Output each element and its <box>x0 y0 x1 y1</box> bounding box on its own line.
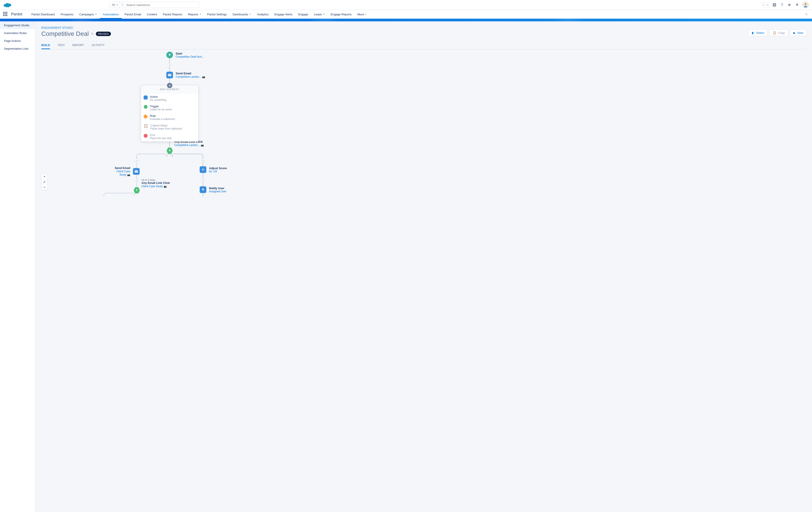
svg-rect-9 <box>168 74 171 76</box>
star-icon: ☆ <box>762 3 766 6</box>
help-icon[interactable]: ? <box>780 2 784 7</box>
select-button[interactable]: ◧ Select <box>748 29 767 36</box>
zoom-controls: ＋ ⤢ − <box>41 173 48 190</box>
tab-activity[interactable]: ACTIVITY <box>92 42 105 49</box>
add-node-button[interactable]: ＋ <box>201 159 205 162</box>
bell-icon[interactable] <box>795 2 800 7</box>
add-action-option[interactable]: ActionDo something <box>141 93 198 103</box>
add-element-panel: ADD ELEMENT ActionDo something TriggerLi… <box>141 85 199 141</box>
tab-test[interactable]: TEST <box>58 42 65 49</box>
svg-point-4 <box>7 5 9 7</box>
node-send-email-2[interactable]: Send Email Client Case Study📷 <box>110 166 140 176</box>
connector <box>104 193 107 196</box>
global-search: All▼ <box>109 2 199 8</box>
add-trigger-option[interactable]: TriggerListen for an event <box>141 103 198 113</box>
svg-text:9: 9 <box>203 168 204 169</box>
add-node-button[interactable]: ＋ <box>168 63 172 67</box>
sidebar-item-automation-rules[interactable]: Automation Rules <box>0 29 35 37</box>
tab-report[interactable]: REPORT <box>72 42 84 49</box>
edit-icon[interactable]: ✎ <box>91 32 94 36</box>
node-start[interactable]: Start Competitive Deal Nurt... <box>166 52 204 58</box>
nav-tab-content[interactable]: Content <box>144 10 160 19</box>
svg-text:1: 1 <box>202 170 203 171</box>
rule-icon <box>143 114 148 119</box>
builder-tabs: BUILD TEST REPORT ACTIVITY <box>41 42 806 49</box>
nav-tab-dashboards[interactable]: Dashboards▼ <box>230 10 254 19</box>
node-label: Send Email Competitive Landsc...📷 <box>176 72 205 78</box>
connector <box>136 154 140 157</box>
start-icon <box>166 52 173 58</box>
add-icon[interactable] <box>772 2 777 7</box>
chevron-down-icon: ▼ <box>95 13 97 16</box>
add-node-button[interactable]: ＋ <box>135 179 139 183</box>
zoom-in-button[interactable]: ＋ <box>41 174 47 179</box>
nav-tab-more[interactable]: More▾ <box>354 10 369 19</box>
connector <box>140 154 167 154</box>
sidebar: Engagement Studio Automation Rules Page … <box>0 21 35 512</box>
connector <box>173 154 200 154</box>
nav-tab-automations[interactable]: Automations <box>100 10 122 19</box>
salesforce-logo-icon <box>3 2 11 8</box>
main-content: ENGAGEMENT STUDIO Competitive Deal ✎ PAU… <box>35 21 812 512</box>
copy-button: 📋 Copy <box>769 29 788 36</box>
node-notify-user[interactable]: Notify User Assigned User <box>200 186 226 193</box>
camera-icon: 📷 <box>127 173 130 176</box>
svg-point-8 <box>805 3 807 5</box>
search-scope-select[interactable]: All▼ <box>109 2 119 8</box>
zoom-out-button[interactable]: − <box>41 185 47 190</box>
nav-tab-engage[interactable]: Engage <box>295 10 311 19</box>
nav-tab-engage-alerts[interactable]: Engage Alerts <box>271 10 295 19</box>
breadcrumb[interactable]: ENGAGEMENT STUDIO <box>41 26 806 29</box>
node-send-email-1[interactable]: Send Email Competitive Landsc...📷 <box>166 72 205 78</box>
node-trigger-1[interactable] <box>166 147 173 154</box>
node-label: Notify User Assigned User <box>209 187 226 193</box>
node-adjust-score[interactable]: 19 Adjust Score by +20 <box>200 166 227 173</box>
chevron-down-icon: ▼ <box>323 13 325 16</box>
add-copied-option: 📋 Copied StepsPaste steps from clipboard <box>141 122 198 132</box>
nav-tabs: Pardot Dashboard Prospects Campaigns▼ Au… <box>28 10 369 19</box>
chevron-down-icon: ▾ <box>365 13 366 16</box>
flow-canvas[interactable]: Start Competitive Deal Nurt... ＋ Send Em… <box>35 49 812 196</box>
nav-tab-engage-reports[interactable]: Engage Reports <box>328 10 354 19</box>
start-button[interactable]: ▶ Start <box>790 29 807 36</box>
nav-tab-leads[interactable]: Leads▼ <box>311 10 328 19</box>
sidebar-item-segmentation-lists[interactable]: Segmentation Lists <box>0 45 35 53</box>
pencil-icon[interactable]: ✎ <box>804 12 809 17</box>
tab-build[interactable]: BUILD <box>41 42 50 49</box>
favorites-control[interactable]: ☆ ▾ <box>761 2 769 7</box>
chevron-down-icon: ▼ <box>199 13 201 16</box>
sidebar-item-page-actions[interactable]: Page Actions <box>0 37 35 45</box>
node-label: Send Email Client Case Study📷 <box>110 166 130 176</box>
nav-tab-campaigns[interactable]: Campaigns▼ <box>76 10 100 19</box>
page-actions: ◧ Select 📋 Copy ▶ Start <box>748 29 807 36</box>
avatar[interactable] <box>802 2 809 8</box>
chevron-down-icon: ▼ <box>249 13 251 16</box>
nav-tab-reports[interactable]: Reports▼ <box>185 10 204 19</box>
search-icon <box>121 3 124 7</box>
add-node-button[interactable]: ＋ <box>135 159 139 162</box>
nav-tab-analytics[interactable]: Analytics <box>254 10 271 19</box>
node-trigger-2[interactable] <box>134 187 140 194</box>
sidebar-item-engagement-studio[interactable]: Engagement Studio <box>0 21 35 29</box>
app-launcher-icon[interactable] <box>3 12 8 17</box>
nav-tab-pardot-email[interactable]: Pardot Email <box>122 10 144 19</box>
nav-tab-pardot-dashboard[interactable]: Pardot Dashboard <box>28 10 58 19</box>
camera-icon: 📷 <box>164 185 167 188</box>
zoom-fit-button[interactable]: ⤢ <box>41 179 47 185</box>
node-label: Start Competitive Deal Nurt... <box>176 52 204 58</box>
add-node-button[interactable]: ＋ <box>201 179 205 183</box>
main-layout: Engagement Studio Automation Rules Page … <box>0 21 812 512</box>
node-trigger-2-label[interactable]: Up to 3 days Any Email Link Click Client… <box>141 179 170 188</box>
close-panel-button[interactable]: ✕ <box>167 83 172 88</box>
connector <box>169 58 170 82</box>
nav-tab-prospects[interactable]: Prospects <box>58 10 77 19</box>
nav-tab-pardot-settings[interactable]: Pardot Settings <box>204 10 230 19</box>
nav-tab-pardot-reports[interactable]: Pardot Reports <box>160 10 185 19</box>
search-box <box>119 2 199 8</box>
global-header: All▼ ☆ ▾ ? <box>0 0 812 10</box>
trigger-icon <box>144 105 148 109</box>
search-input[interactable] <box>126 3 197 7</box>
chevron-down-icon: ▼ <box>116 4 118 6</box>
add-rule-option[interactable]: RuleEvaluate a statement <box>141 113 198 122</box>
gear-icon[interactable] <box>787 2 792 7</box>
